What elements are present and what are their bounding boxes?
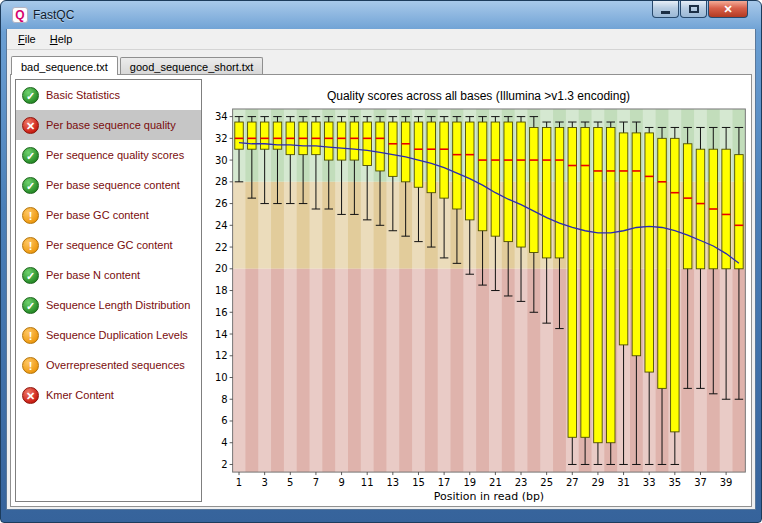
sidebar-item-label: Per base sequence quality (46, 119, 176, 131)
sidebar-item-label: Per base GC content (46, 209, 149, 221)
pass-status-icon: ✓ (22, 177, 39, 194)
titlebar[interactable]: Q FastQC ✕ (6, 1, 756, 29)
menu-file[interactable]: File (11, 30, 43, 48)
svg-text:28: 28 (215, 176, 228, 187)
svg-text:10: 10 (215, 372, 228, 383)
svg-text:24: 24 (215, 220, 228, 231)
svg-text:15: 15 (412, 477, 425, 488)
sidebar-item-label: Sequence Duplication Levels (46, 329, 188, 341)
warn-status-icon: ! (22, 357, 39, 374)
fail-status-icon: ✕ (22, 387, 39, 404)
sidebar-item-label: Sequence Length Distribution (46, 299, 190, 311)
svg-text:25: 25 (540, 477, 553, 488)
maximize-icon (689, 5, 699, 13)
svg-text:31: 31 (617, 477, 630, 488)
tab-content-panel: ✓Basic Statistics✕Per base sequence qual… (10, 74, 752, 507)
minimize-icon (661, 11, 670, 14)
svg-text:11: 11 (361, 477, 374, 488)
pass-status-icon: ✓ (22, 297, 39, 314)
sidebar-item-label: Per sequence GC content (46, 239, 173, 251)
svg-text:7: 7 (313, 477, 319, 488)
svg-text:20: 20 (215, 263, 228, 274)
sidebar-item-per-base-sequence-content[interactable]: ✓Per base sequence content (16, 170, 201, 200)
sidebar-item-basic-statistics[interactable]: ✓Basic Statistics (16, 80, 201, 110)
svg-text:19: 19 (463, 477, 476, 488)
svg-text:33: 33 (643, 477, 656, 488)
warn-status-icon: ! (22, 327, 39, 344)
pass-status-icon: ✓ (22, 87, 39, 104)
svg-text:9: 9 (338, 477, 344, 488)
module-list: ✓Basic Statistics✕Per base sequence qual… (15, 79, 202, 502)
svg-text:6: 6 (221, 415, 227, 426)
client-area: File Help bad_sequence.txt good_sequence… (6, 29, 756, 510)
sidebar-item-per-sequence-gc-content[interactable]: !Per sequence GC content (16, 230, 201, 260)
pass-status-icon: ✓ (22, 267, 39, 284)
svg-text:18: 18 (215, 285, 228, 296)
tabbar: bad_sequence.txt good_sequence_short.txt (7, 50, 755, 74)
svg-text:1: 1 (236, 477, 242, 488)
sidebar-item-sequence-length-distribution[interactable]: ✓Sequence Length Distribution (16, 290, 201, 320)
svg-text:37: 37 (694, 477, 707, 488)
svg-text:32: 32 (215, 133, 228, 144)
sidebar-item-label: Overrepresented sequences (46, 359, 185, 371)
window-title: FastQC (33, 8, 74, 22)
svg-text:12: 12 (215, 350, 228, 361)
svg-text:8: 8 (221, 394, 227, 405)
maximize-button[interactable] (680, 1, 707, 18)
svg-text:30: 30 (215, 155, 228, 166)
sidebar-item-overrepresented-sequences[interactable]: !Overrepresented sequences (16, 350, 201, 380)
sidebar-item-per-sequence-quality-scores[interactable]: ✓Per sequence quality scores (16, 140, 201, 170)
sidebar-item-label: Kmer Content (46, 389, 114, 401)
svg-text:2: 2 (221, 459, 227, 470)
warn-status-icon: ! (22, 237, 39, 254)
fail-status-icon: ✕ (22, 117, 39, 134)
sidebar-item-label: Per base sequence content (46, 179, 180, 191)
warn-status-icon: ! (22, 207, 39, 224)
menu-help[interactable]: Help (43, 30, 80, 48)
sidebar-item-per-base-n-content[interactable]: ✓Per base N content (16, 260, 201, 290)
tab-bad-sequence[interactable]: bad_sequence.txt (11, 56, 118, 75)
close-icon: ✕ (723, 3, 732, 16)
pass-status-icon: ✓ (22, 147, 39, 164)
menubar: File Help (7, 29, 755, 50)
svg-text:26: 26 (215, 198, 228, 209)
svg-text:4: 4 (221, 437, 227, 448)
svg-text:35: 35 (668, 477, 681, 488)
svg-text:23: 23 (515, 477, 528, 488)
svg-text:29: 29 (592, 477, 605, 488)
svg-text:27: 27 (566, 477, 579, 488)
sidebar-item-label: Per sequence quality scores (46, 149, 184, 161)
window-controls: ✕ (651, 1, 748, 18)
x-axis-label: Position in read (bp) (434, 490, 544, 503)
svg-text:3: 3 (261, 477, 267, 488)
svg-text:17: 17 (438, 477, 451, 488)
svg-text:5: 5 (287, 477, 293, 488)
quality-chart: Position in read (bp) 246810121416182022… (206, 103, 751, 506)
sidebar-item-sequence-duplication-levels[interactable]: !Sequence Duplication Levels (16, 320, 201, 350)
sidebar-item-per-base-sequence-quality[interactable]: ✕Per base sequence quality (16, 110, 201, 140)
svg-text:39: 39 (720, 477, 733, 488)
svg-text:13: 13 (386, 477, 399, 488)
app-window: Q FastQC ✕ File Help bad_sequence.txt go… (0, 0, 762, 523)
svg-text:34: 34 (215, 111, 228, 122)
sidebar-item-kmer-content[interactable]: ✕Kmer Content (16, 380, 201, 410)
chart-area: Quality scores across all bases (Illumin… (206, 75, 751, 506)
fastqc-logo-icon: Q (12, 7, 28, 23)
minimize-button[interactable] (652, 1, 679, 18)
sidebar-item-label: Per base N content (46, 269, 140, 281)
svg-text:22: 22 (215, 242, 228, 253)
chart-title: Quality scores across all bases (Illumin… (206, 89, 751, 103)
svg-text:21: 21 (489, 477, 502, 488)
sidebar-item-per-base-gc-content[interactable]: !Per base GC content (16, 200, 201, 230)
svg-text:16: 16 (215, 307, 228, 318)
close-button[interactable]: ✕ (708, 1, 748, 18)
sidebar-item-label: Basic Statistics (46, 89, 120, 101)
svg-text:14: 14 (215, 329, 228, 340)
tab-good-sequence-short[interactable]: good_sequence_short.txt (120, 57, 264, 75)
